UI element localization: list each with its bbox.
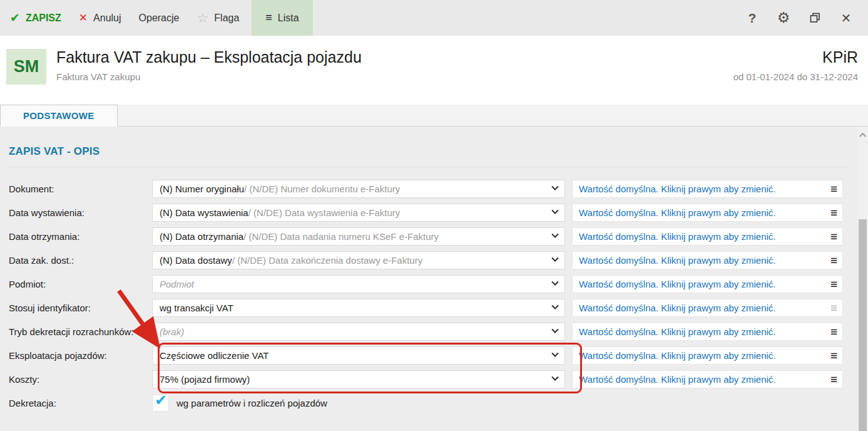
chevron-down-icon	[551, 207, 558, 214]
podmiot-dropdown[interactable]: Podmiot	[152, 275, 565, 293]
field-label: Podmiot:	[0, 279, 152, 289]
field-label: Dekretacja:	[0, 398, 152, 408]
default-value-box[interactable]: Wartość domyślna. Kliknij prawym aby zmi…	[572, 204, 843, 222]
scroll-up-button[interactable]	[857, 127, 868, 138]
default-value-link[interactable]: Wartość domyślna. Kliknij prawym aby zmi…	[579, 184, 776, 194]
chevron-down-icon	[551, 303, 558, 309]
chevron-down-icon	[551, 231, 558, 238]
chevron-down-icon	[551, 279, 558, 286]
restore-window-button[interactable]	[799, 0, 830, 36]
close-window-button[interactable]: ✕	[830, 0, 862, 36]
row-menu-icon[interactable]: ≡	[830, 373, 837, 385]
cancel-button-label: Anuluj	[93, 13, 121, 24]
eksploatacja-pojazdow-dropdown[interactable]: Częściowe odliczenie VAT	[152, 346, 565, 365]
x-icon: ✕	[79, 11, 88, 24]
chevron-down-icon	[551, 184, 558, 190]
form-row-data-otrzymania: Data otrzymania: (N) Data otrzymania / (…	[0, 224, 868, 248]
default-value-link[interactable]: Wartość domyślna. Kliknij prawym aby zmi…	[579, 374, 776, 385]
row-menu-icon[interactable]: ≡	[830, 326, 837, 338]
default-value-box[interactable]: Wartość domyślna. Kliknij prawym aby zmi…	[572, 227, 843, 246]
default-value-box[interactable]: Wartość domyślna. Kliknij prawym aby zmi…	[572, 370, 843, 388]
form-row-podmiot: Podmiot: Podmiot Wartość domyślna. Klikn…	[0, 272, 868, 296]
field-label: Eksploatacja pojazdów:	[0, 350, 152, 361]
tab-bar: PODSTAWOWE	[0, 105, 868, 127]
field-label: Data wystawienia:	[0, 207, 152, 218]
form-row-tryb-dekretacji: Tryb dekretacji rozrachunków: (brak) War…	[0, 319, 868, 343]
page-title: Faktura VAT zakupu – Eksploatacja pojazd…	[56, 48, 362, 66]
default-value-box[interactable]: Wartość domyślna. Kliknij prawym aby zmi…	[572, 299, 843, 317]
stosuj-identyfikator-dropdown[interactable]: wg transakcji VAT	[152, 299, 565, 317]
field-label: Stosuj identyfikator:	[0, 303, 152, 313]
dropdown-value-secondary: / (N/DE) Numer dokumentu e-Faktury	[244, 184, 400, 194]
dropdown-value-secondary: / (N/DE) Data wystawienia e-Faktury	[248, 207, 401, 218]
default-value-box[interactable]: Wartość domyślna. Kliknij prawym aby zmi…	[572, 323, 843, 341]
dropdown-value: (N) Numer oryginału	[160, 184, 244, 194]
default-value-link[interactable]: Wartość domyślna. Kliknij prawym aby zmi…	[579, 350, 776, 361]
form-content: ZAPIS VAT - OPIS Dokument: (N) Numer ory…	[0, 127, 868, 431]
tryb-dekretacji-dropdown[interactable]: (brak)	[152, 323, 565, 341]
row-menu-icon[interactable]: ≡	[830, 350, 837, 361]
data-otrzymania-dropdown[interactable]: (N) Data otrzymania / (N/DE) Data nadani…	[152, 227, 565, 246]
dropdown-value-secondary: / (N/DE) Data zakończenia dostawy e-Fakt…	[232, 255, 422, 266]
document-header: SM Faktura VAT zakupu – Eksploatacja poj…	[0, 36, 868, 105]
list-button[interactable]: ≡ Lista	[252, 0, 312, 36]
list-label: Lista	[278, 13, 299, 24]
section-title: ZAPIS VAT - OPIS	[0, 127, 868, 158]
default-value-link[interactable]: Wartość domyślna. Kliknij prawym aby zmi…	[579, 255, 776, 266]
row-menu-icon[interactable]: ≡	[830, 254, 837, 266]
module-badge: SM	[6, 49, 46, 85]
default-value-link[interactable]: Wartość domyślna. Kliknij prawym aby zmi…	[579, 207, 776, 218]
cancel-button[interactable]: ✕ Anuluj	[70, 0, 130, 36]
flag-label: Flaga	[214, 13, 239, 24]
field-label: Tryb dekretacji rozrachunków:	[0, 326, 152, 337]
chevron-down-icon	[551, 374, 558, 381]
form-row-koszty: Koszty: 75% (pojazd firmowy) Wartość dom…	[0, 367, 868, 391]
default-value-link[interactable]: Wartość domyślna. Kliknij prawym aby zmi…	[579, 326, 776, 337]
toolbar-right: ? ⚙ ✕	[737, 0, 868, 36]
form-row-dokument: Dokument: (N) Numer oryginału / (N/DE) N…	[0, 177, 868, 200]
dropdown-value: (N) Data dostawy	[160, 255, 232, 266]
vertical-scrollbar[interactable]	[857, 127, 868, 431]
default-value-box[interactable]: Wartość domyślna. Kliknij prawym aby zmi…	[572, 346, 843, 365]
dropdown-value-secondary: / (N/DE) Data nadania numeru KSeF e-Fakt…	[243, 231, 439, 242]
star-icon: ☆	[197, 11, 208, 26]
save-button[interactable]: ✔ ZAPISZ	[1, 0, 70, 36]
ledger-period: od 01-01-2024 do 31-12-2024	[733, 71, 858, 82]
dropdown-value: wg transakcji VAT	[160, 303, 233, 313]
field-label: Koszty:	[0, 374, 152, 385]
save-button-label: ZAPISZ	[26, 13, 61, 24]
default-value-box[interactable]: Wartość domyślna. Kliknij prawym aby zmi…	[572, 180, 843, 198]
scrollbar-thumb[interactable]	[859, 219, 867, 431]
default-value-link[interactable]: Wartość domyślna. Kliknij prawym aby zmi…	[579, 303, 776, 313]
data-wystawienia-dropdown[interactable]: (N) Data wystawienia / (N/DE) Data wysta…	[152, 204, 565, 222]
row-menu-icon[interactable]: ≡	[830, 278, 837, 290]
hamburger-icon: ≡	[265, 11, 272, 24]
chevron-down-icon	[551, 350, 558, 357]
row-menu-icon[interactable]: ≡	[830, 231, 837, 242]
dropdown-value: (N) Data otrzymania	[160, 231, 243, 242]
row-menu-icon[interactable]: ≡	[830, 183, 837, 195]
tab-podstawowe[interactable]: PODSTAWOWE	[0, 105, 118, 127]
dropdown-value: 75% (pojazd firmowy)	[160, 374, 250, 385]
form-row-dekretacja: Dekretacja: ✔ wg parametrów i rozliczeń …	[0, 391, 868, 415]
help-button[interactable]: ?	[737, 0, 768, 36]
chevron-down-icon	[551, 255, 558, 262]
default-value-box[interactable]: Wartość domyślna. Kliknij prawym aby zmi…	[572, 275, 843, 293]
row-menu-icon-disabled: ≡	[830, 302, 837, 314]
checkbox-label: wg parametrów i rozliczeń pojazdów	[176, 398, 327, 408]
ledger-type: KPiR	[733, 48, 858, 66]
check-icon: ✔	[10, 11, 20, 25]
dekretacja-checkbox[interactable]: ✔	[152, 395, 169, 412]
koszty-dropdown[interactable]: 75% (pojazd firmowy)	[152, 370, 565, 388]
flag-button[interactable]: ☆ Flaga	[188, 0, 248, 36]
dropdown-value: (N) Data wystawienia	[160, 207, 248, 218]
dokument-dropdown[interactable]: (N) Numer oryginału / (N/DE) Numer dokum…	[152, 180, 565, 198]
default-value-box[interactable]: Wartość domyślna. Kliknij prawym aby zmi…	[572, 251, 843, 269]
settings-button[interactable]: ⚙	[768, 0, 799, 36]
default-value-link[interactable]: Wartość domyślna. Kliknij prawym aby zmi…	[579, 231, 776, 242]
row-menu-icon[interactable]: ≡	[830, 207, 837, 219]
operations-menu-button[interactable]: Operacje	[130, 0, 188, 36]
default-value-link[interactable]: Wartość domyślna. Kliknij prawym aby zmi…	[579, 279, 776, 289]
data-zak-dost-dropdown[interactable]: (N) Data dostawy / (N/DE) Data zakończen…	[152, 251, 565, 269]
form-row-stosuj-identyfikator: Stosuj identyfikator: wg transakcji VAT …	[0, 296, 868, 319]
